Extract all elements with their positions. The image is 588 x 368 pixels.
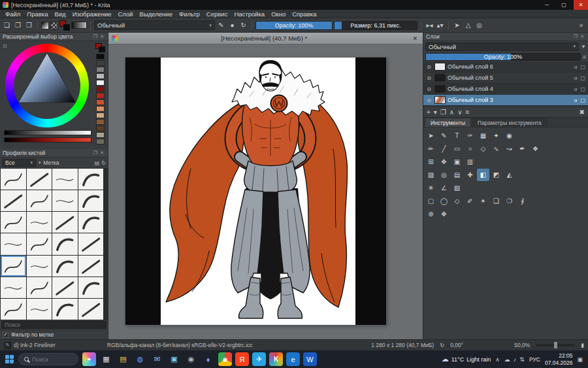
brush-preset[interactable] (27, 256, 52, 276)
layer-properties-button[interactable]: ≡ (466, 109, 470, 116)
brush-preset[interactable] (52, 212, 78, 233)
maximize-button[interactable]: ▢ (557, 0, 571, 10)
layer-name[interactable]: Обычный слой 3 (448, 97, 572, 103)
alpha-lock-icon[interactable]: ▢ (580, 64, 586, 70)
brush-preset[interactable] (1, 233, 26, 254)
yandex-browser-icon[interactable]: Я (235, 352, 249, 366)
tool-select-rectangular[interactable]: ▢ (425, 195, 437, 207)
menu-item[interactable]: Выделение (137, 10, 176, 18)
tool-select-similar-color[interactable]: ✴ (477, 195, 489, 207)
current-brush[interactable]: ✎ d) Ink-2 Fineliner (4, 342, 56, 349)
color-swatch[interactable] (96, 86, 105, 92)
brush-preset[interactable] (1, 256, 26, 276)
brush-preset[interactable] (52, 299, 78, 320)
menu-item[interactable]: Вид (51, 10, 69, 18)
start-button[interactable] (5, 355, 14, 364)
mail-icon[interactable]: ✉ (150, 352, 164, 366)
Обычный слой 6[interactable]: ⊙ Обычный слой 6 α ▢ (423, 61, 588, 73)
tool-select-contiguous[interactable]: ❏ (490, 195, 502, 207)
color-wheel[interactable] (5, 44, 89, 127)
tool-rectangle[interactable]: ▭ (451, 142, 463, 155)
volume-tray-icon[interactable]: ♪ (514, 356, 517, 363)
preset-refresh-button[interactable]: ↻ (101, 160, 106, 166)
tool-polygon[interactable]: ◇ (477, 142, 489, 155)
tool-select-polygonal[interactable]: ◇ (451, 195, 463, 207)
minimize-button[interactable]: ─ (540, 0, 554, 10)
tool-smart-patch[interactable]: ✚ (464, 169, 476, 181)
opacity-slider[interactable]: Opacity: 100% (255, 21, 333, 30)
alpha-lock-icon[interactable]: ▢ (580, 86, 586, 92)
docker-tab[interactable]: Параметры инструмента (472, 118, 547, 127)
brush-preset[interactable] (78, 277, 104, 298)
tool-gradient-edit[interactable]: ✦ (490, 129, 502, 142)
tool-select-elliptical[interactable]: ◯ (438, 195, 450, 207)
brush-preset[interactable] (1, 212, 26, 233)
close-docker-icon[interactable]: ✕ (99, 150, 105, 156)
canvas-viewport[interactable] (108, 44, 423, 339)
menu-item[interactable]: Правка (24, 10, 51, 18)
open-document-button[interactable]: ❐ (13, 20, 23, 31)
rotate-icon[interactable]: ↻ (440, 342, 444, 348)
word-icon[interactable]: W (303, 352, 317, 366)
add-tag-button[interactable]: + (38, 159, 41, 166)
onedrive-tray-icon[interactable]: ☁ (504, 356, 510, 363)
foreground-background-color[interactable] (59, 20, 70, 31)
krita-icon[interactable]: K (269, 352, 283, 366)
canvas-artwork[interactable] (125, 58, 386, 325)
tool-colorize-mask[interactable]: ◭ (503, 169, 515, 181)
layer-name[interactable]: Обычный слой 4 (448, 86, 572, 92)
weather-widget[interactable]: ☁ 11°C Light rain (442, 355, 491, 363)
close-docker-icon[interactable]: ✕ (579, 34, 585, 39)
tool-polyline[interactable]: ∿ (490, 142, 502, 155)
pattern-chooser[interactable] (50, 22, 58, 29)
brush-preset[interactable] (78, 190, 104, 211)
menu-item[interactable]: Справка (289, 10, 319, 18)
tool-edit-shapes[interactable]: ✎ (438, 129, 450, 142)
tool-pan[interactable]: ✥ (438, 208, 450, 220)
inherit-alpha-icon[interactable]: α (574, 97, 578, 103)
color-selector-docker-header[interactable]: Расширенный выбор цвета ❐ ✕ (0, 33, 108, 41)
memory-icon[interactable]: ▮ (581, 342, 584, 348)
brush-presets-docker-header[interactable]: Профили кистей ❐ ✕ (0, 149, 108, 158)
brush-preset[interactable] (27, 169, 52, 190)
color-swatch[interactable] (96, 119, 105, 125)
pen-pressure-button[interactable]: ➤ (452, 20, 462, 31)
mirror-vertical-button[interactable]: ▴▾ (435, 20, 445, 31)
color-swatch[interactable] (96, 93, 105, 99)
brush-preset[interactable] (78, 233, 104, 254)
tool-fill[interactable]: ◧ (477, 169, 489, 181)
tool-multibrush[interactable]: ❖ (529, 142, 542, 155)
edge-icon[interactable]: e (286, 352, 300, 366)
tool-select-magnetic[interactable]: ∮ (516, 195, 529, 207)
tool-grid[interactable]: ▥ (464, 156, 476, 168)
network-tray-icon[interactable]: ⇅ (519, 356, 525, 363)
add-layer-menu[interactable]: ▾ (434, 109, 437, 116)
tool-move[interactable]: ✥ (438, 156, 450, 168)
tool-enclose-fill[interactable]: ◩ (490, 169, 502, 181)
color-swatch[interactable] (96, 139, 105, 144)
hidden-icons-chevron[interactable]: ∧ (495, 356, 500, 363)
steam-icon[interactable]: ◉ (184, 352, 198, 366)
layer-thumbnail[interactable] (434, 85, 446, 93)
color-swatch[interactable] (96, 80, 105, 86)
reload-preset-button[interactable]: ↻ (238, 20, 248, 31)
color-swatch[interactable] (96, 132, 105, 138)
brush-preset[interactable] (27, 299, 52, 320)
close-document-icon[interactable]: ✕ (410, 35, 419, 42)
canvas-angle[interactable]: 0,00° (450, 342, 463, 348)
edit-brush-settings-button[interactable]: ✎ (216, 20, 226, 31)
menu-item[interactable]: Настройка (231, 10, 268, 18)
delete-layer-button[interactable]: ✖ (580, 109, 585, 116)
fg-bg-chip[interactable] (95, 43, 105, 52)
layer-options-icon[interactable]: ≡ (583, 54, 586, 60)
brush-preset[interactable] (27, 233, 52, 254)
document-subwindow-titlebar[interactable]: [Несохранённый] (40,7 МиБ) * ✕ (108, 33, 423, 44)
docker-tab[interactable]: Инструменты (425, 118, 471, 127)
brush-preset[interactable] (1, 169, 26, 190)
value-sliders[interactable] (4, 130, 91, 142)
brush-preset[interactable] (78, 256, 104, 276)
Обычный слой 3[interactable]: ⊙ Обычный слой 3 α ▢ (423, 95, 588, 106)
language-indicator[interactable]: РУС (529, 356, 540, 363)
visibility-eye-icon[interactable]: ⊙ (425, 97, 433, 103)
assistant-button[interactable]: △ (463, 20, 473, 31)
